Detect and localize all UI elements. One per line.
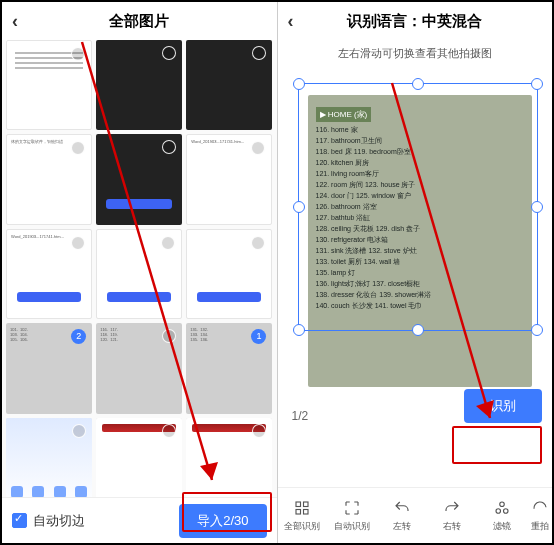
swipe-hint: 左右滑动可切换查看其他拍摄图 [278,40,553,71]
gallery-header: ‹ 全部图片 [2,2,277,40]
tool-auto-recognize[interactable]: 自动识别 [327,499,377,533]
crop-wrapper: ▶ HOME (家) 116. home 家117. bathroom卫生间11… [308,95,533,387]
thumb[interactable] [96,134,182,224]
gallery-body[interactable]: 体的文字提取软件，智能扫描 Word_201903...171741.htm..… [2,40,277,497]
tool-rotate-right[interactable]: 右转 [427,499,477,533]
thumb[interactable]: 体的文字提取软件，智能扫描 [6,134,92,224]
gallery-footer: 自动切边 导入2/30 [2,497,277,543]
svg-rect-1 [304,502,309,507]
thumb[interactable]: 116. 117.118. 119.120. 121. [96,323,182,413]
thumb-selected[interactable]: 101. 102.103. 104.105. 106.2 [6,323,92,413]
crop-handle[interactable] [412,324,424,336]
toolbar: 全部识别 自动识别 左转 右转 滤镜 重拍 [278,487,553,543]
svg-point-4 [500,502,505,507]
crop-handle[interactable] [412,78,424,90]
selection-badge: 1 [251,329,266,344]
crop-handle[interactable] [293,201,305,213]
svg-point-5 [496,508,501,513]
thumb[interactable]: Word_201903...171741.htm... [6,229,92,319]
selection-badge: 2 [71,329,86,344]
crop-frame[interactable] [298,83,539,331]
tool-rotate-left[interactable]: 左转 [377,499,427,533]
recognize-button[interactable]: 识别 [464,389,542,423]
tool-retake[interactable]: 重拍 [527,499,552,533]
crop-handle[interactable] [531,324,543,336]
svg-rect-3 [304,509,309,514]
thumb[interactable] [186,229,272,319]
svg-rect-2 [296,509,301,514]
svg-rect-0 [296,502,301,507]
thumbnail-grid: 体的文字提取软件，智能扫描 Word_201903...171741.htm..… [6,40,273,497]
crop-handle[interactable] [531,78,543,90]
crop-handle[interactable] [531,201,543,213]
thumb[interactable]: Word_201903...171741.htm... [186,134,272,224]
autocrop-checkbox[interactable] [12,513,27,528]
thumb-selected[interactable]: 131. 132.133. 134.135. 136.1 [186,323,272,413]
thumb[interactable] [6,40,92,130]
thumb[interactable] [186,40,272,130]
page-indicator: 1/2 [292,409,309,423]
tool-filter[interactable]: 滤镜 [477,499,527,533]
thumb[interactable] [6,418,92,497]
tutorial-screenshot: ‹ 全部图片 体的文字提取软件，智能扫描 Word_201903...17174… [0,0,554,545]
recognize-header: ‹ 识别语言：中英混合 [278,2,553,40]
thumb[interactable] [96,229,182,319]
crop-handle[interactable] [293,78,305,90]
recognize-screen: ‹ 识别语言：中英混合 左右滑动可切换查看其他拍摄图 ▶ HOME (家) 11… [277,2,553,543]
recognize-title[interactable]: 识别语言：中英混合 [347,12,482,31]
gallery-screen: ‹ 全部图片 体的文字提取软件，智能扫描 Word_201903...17174… [2,2,277,543]
back-icon[interactable]: ‹ [12,11,18,32]
thumb[interactable] [96,40,182,130]
crop-handle[interactable] [293,324,305,336]
tool-recognize-all[interactable]: 全部识别 [278,499,328,533]
import-button[interactable]: 导入2/30 [179,504,266,538]
autocrop-label: 自动切边 [33,512,85,530]
crop-area[interactable]: ▶ HOME (家) 116. home 家117. bathroom卫生间11… [278,71,553,487]
thumb[interactable] [96,418,182,497]
gallery-title: 全部图片 [109,12,169,31]
thumb[interactable] [186,418,272,497]
back-icon[interactable]: ‹ [288,11,294,32]
svg-point-6 [504,508,509,513]
